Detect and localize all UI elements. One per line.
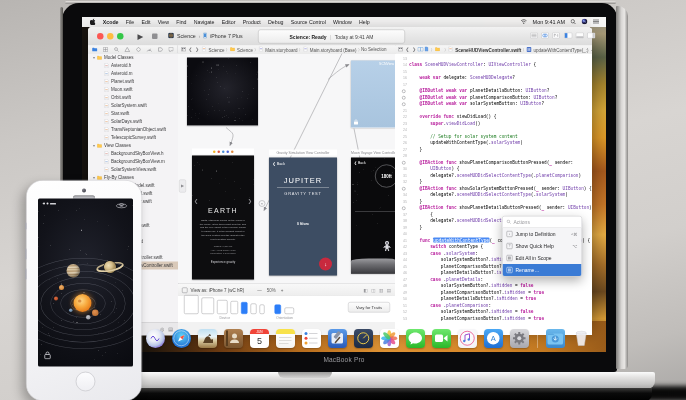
file-row-orbit-swift[interactable]: Orbit.swift: [88, 94, 178, 102]
connection-well[interactable]: [402, 103, 406, 107]
dock-contacts-icon[interactable]: [224, 329, 243, 348]
utilities-toggle-button[interactable]: [587, 32, 596, 41]
planet-earth[interactable]: [69, 309, 73, 313]
debug-area-toggle-button[interactable]: [576, 32, 585, 41]
dock-appstore-icon[interactable]: A: [484, 329, 503, 348]
file-row-transneptunianobject-swift[interactable]: TransNeptunianObject.swift: [88, 126, 178, 134]
file-row-backgroundskyboxview-m[interactable]: BackgroundSkyBoxView.m: [88, 158, 178, 166]
connection-well[interactable]: [402, 90, 406, 94]
device-option-3[interactable]: [231, 301, 239, 314]
scene-solar-system[interactable]: [187, 58, 258, 126]
menu-file[interactable]: File: [126, 19, 134, 25]
dock-instruments-icon[interactable]: [354, 329, 373, 348]
crumb-0[interactable]: Science: [201, 47, 225, 53]
orientation-landscape[interactable]: [285, 308, 295, 315]
menu-source-control[interactable]: Source Control: [291, 19, 326, 25]
next-planet-chevron[interactable]: ❯: [248, 199, 252, 205]
counterparts-icon[interactable]: [418, 47, 424, 53]
scene-gravity-test[interactable]: ❮ Back JUPITER GRAVITY TEST 0 ft/sec ↓: [269, 158, 337, 276]
connection-well[interactable]: [402, 207, 406, 211]
dock-messages-icon[interactable]: [406, 329, 425, 348]
zoom-level[interactable]: 50%: [267, 288, 276, 293]
related-items-icon[interactable]: [398, 47, 403, 53]
align-icon[interactable]: ◧: [363, 288, 367, 293]
planet-mars[interactable]: [54, 297, 58, 301]
code-line-53[interactable]: 53 planetComparisonButton?.isHidden = tr…: [395, 315, 592, 322]
dock-reminders-icon[interactable]: [302, 329, 321, 348]
dock-trash-icon[interactable]: [572, 329, 591, 348]
file-row-model-classes[interactable]: ▼Model Classes: [88, 54, 178, 62]
back-button[interactable]: ❮ Back: [273, 161, 286, 166]
drop-button[interactable]: ↓: [319, 258, 332, 271]
stack-icon[interactable]: ▤: [387, 288, 391, 293]
document-outline-toggle[interactable]: ▶: [179, 180, 186, 193]
dock-safari-icon[interactable]: [172, 329, 191, 348]
file-row-view-classes[interactable]: ▼View Classes: [88, 142, 178, 150]
source-editor[interactable]: 1314class SceneHUDViewController: UIView…: [395, 54, 592, 336]
menu-bar-clock[interactable]: Mon 9:41 AM: [533, 19, 565, 25]
menu-product[interactable]: Product: [243, 19, 261, 25]
pin-icon[interactable]: ◫: [371, 288, 375, 293]
vary-for-traits-button[interactable]: Vary for Traits: [348, 302, 390, 313]
file-row-solardays-swift[interactable]: SolarDays.swift: [88, 118, 178, 126]
resolve-autolayout-icon[interactable]: ▥: [379, 288, 383, 293]
forward-arrow[interactable]: ❯: [195, 47, 199, 52]
back-arrow[interactable]: ❮: [189, 47, 193, 52]
notification-center-icon[interactable]: [593, 19, 599, 25]
file-row-asteroid-m[interactable]: Asteroid.m: [88, 70, 178, 78]
symbol-navigator-tab[interactable]: [103, 45, 108, 54]
previous-planet-chevron[interactable]: ❮: [194, 199, 198, 205]
menu-view[interactable]: View: [158, 19, 169, 25]
planet-mercury[interactable]: [86, 315, 91, 320]
outline-toggle-icon[interactable]: [182, 287, 188, 293]
crumb-method[interactable]: MupdateWithContentType(_:): [525, 47, 588, 53]
connection-well[interactable]: [402, 161, 406, 165]
wifi-icon[interactable]: [521, 19, 528, 25]
menu-item-rename-[interactable]: ▤Rename…: [503, 264, 582, 276]
file-row-asteroid-h[interactable]: Asteroid.h: [88, 62, 178, 70]
storyboard-canvas[interactable]: × SCNView ❮ ❯ EARTH Earth, otherwise kno…: [178, 54, 395, 284]
device-option-1[interactable]: [202, 298, 215, 315]
add-editor-button[interactable]: +: [591, 47, 592, 53]
menu-editor[interactable]: Editor: [222, 19, 236, 25]
menu-item-jump-to-definition[interactable]: ↓Jump to Definition^⌘: [503, 228, 582, 240]
device-option-5[interactable]: [251, 304, 257, 315]
menu-find[interactable]: Find: [176, 19, 186, 25]
crumb-2[interactable]: Main.storyboard: [257, 47, 297, 53]
device-option-6[interactable]: [260, 305, 265, 315]
navigator-toggle-button[interactable]: [564, 32, 573, 41]
planet-jupiter[interactable]: [67, 264, 81, 278]
assistant-editor-button[interactable]: [541, 32, 549, 41]
dock-itunes-icon[interactable]: [458, 329, 477, 348]
view-as-label[interactable]: View as: iPhone 7 (wC hR): [191, 288, 245, 293]
file-row-star-swift[interactable]: Star.swift: [88, 110, 178, 118]
file-row-solarsystemview-swift[interactable]: SolarSystemView.swift: [88, 166, 178, 174]
file-row-backgroundskyboxview-h[interactable]: BackgroundSkyBoxView.h: [88, 150, 178, 158]
forward-arrow[interactable]: ❯: [412, 47, 416, 52]
planet-pluto[interactable]: [92, 310, 99, 317]
zoom-out-button[interactable]: —: [257, 288, 262, 293]
device-option-2[interactable]: [217, 300, 228, 314]
planet-sun[interactable]: [74, 294, 92, 312]
scene-dock-icons[interactable]: [192, 149, 254, 155]
dock-xcode-icon[interactable]: [328, 329, 347, 348]
connection-well[interactable]: [402, 187, 406, 191]
planet-venus[interactable]: [59, 285, 64, 290]
dock-settings-icon[interactable]: [510, 329, 529, 348]
project-navigator-tab[interactable]: [92, 45, 98, 54]
back-arrow[interactable]: ❮: [406, 47, 410, 52]
issue-navigator-tab[interactable]: [125, 45, 131, 54]
menu-navigate[interactable]: Navigate: [194, 19, 215, 25]
dock-preview-icon[interactable]: [198, 329, 217, 348]
dock-photos-icon[interactable]: [380, 329, 399, 348]
crumb-file[interactable]: SceneHUDViewController.swift: [447, 47, 521, 53]
menu-item-edit-all-in-scope[interactable]: ▤Edit All in Scope: [503, 252, 582, 264]
dock-facetime-icon[interactable]: [432, 329, 451, 348]
dock-calendar-icon[interactable]: JUN5: [250, 329, 269, 348]
menu-xcode[interactable]: Xcode: [103, 19, 119, 25]
file-row-moon-swift[interactable]: Moon.swift: [88, 86, 178, 94]
menu-edit[interactable]: Edit: [141, 19, 150, 25]
scene-earth-details[interactable]: ❮ ❯ EARTH Earth, otherwise known as the …: [192, 156, 254, 280]
run-button[interactable]: ▶: [133, 31, 148, 42]
file-row-solarsystem-swift[interactable]: SolarSystem.swift: [88, 102, 178, 110]
